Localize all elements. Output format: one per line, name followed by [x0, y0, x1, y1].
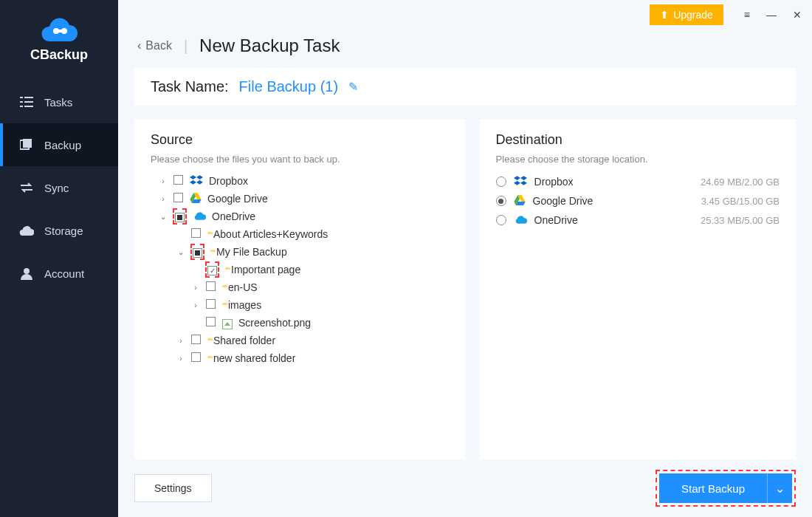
edit-icon[interactable]: ✎ — [348, 80, 358, 94]
tree-row[interactable]: ›Dropbox — [151, 172, 449, 190]
tasks-icon — [19, 95, 34, 109]
header-bar: ⬆ Upgrade ≡ — ✕ — [118, 0, 812, 30]
tree-checkbox[interactable] — [193, 248, 202, 258]
tree-checkbox[interactable] — [206, 317, 216, 326]
sidebar-item-account[interactable]: Account — [0, 252, 118, 295]
task-name-panel: Task Name: File Backup (1) ✎ — [134, 68, 796, 106]
cbackup-cloud-icon — [40, 15, 78, 41]
start-backup-dropdown[interactable]: ⌄ — [767, 473, 792, 503]
page-title: New Backup Task — [199, 35, 340, 56]
sidebar-item-backup[interactable]: Backup — [0, 123, 118, 166]
chevron-right-icon[interactable]: › — [159, 195, 167, 203]
tree-row[interactable]: ›images — [151, 296, 449, 314]
chevron-right-icon[interactable]: › — [192, 284, 199, 292]
tree-row[interactable]: ›en-US — [151, 278, 449, 296]
tree-checkbox[interactable] — [191, 352, 201, 362]
tree-checkbox[interactable] — [173, 175, 183, 185]
chevron-down-icon[interactable]: ⌄ — [159, 213, 167, 221]
tree-node-label: Dropbox — [209, 175, 248, 187]
destination-label: Dropbox — [534, 176, 574, 188]
menu-icon[interactable]: ≡ — [744, 9, 750, 21]
minimize-icon[interactable]: — — [766, 9, 777, 21]
svg-rect-5 — [20, 101, 23, 103]
tree-row[interactable]: ›Google Drive — [151, 190, 449, 208]
tree-node-label: OneDrive — [212, 210, 255, 222]
breadcrumb: ‹ Back | New Backup Task — [118, 30, 812, 68]
tree-checkbox[interactable] — [206, 299, 216, 309]
start-backup-button[interactable]: Start Backup ⌄ — [659, 473, 792, 503]
destination-option[interactable]: OneDrive25.33 MB/5.00 GB — [496, 210, 780, 230]
destination-label: Google Drive — [533, 195, 593, 207]
app-name: CCBackupBackup — [30, 47, 88, 63]
svg-rect-8 — [24, 106, 33, 107]
checkbox-highlight — [190, 227, 202, 241]
destination-icon — [514, 214, 527, 227]
destination-icon — [514, 195, 526, 208]
svg-rect-7 — [20, 106, 23, 107]
tree-node-label: About Articles+Keywords — [213, 228, 328, 240]
gdrive-icon — [514, 196, 526, 208]
tree-checkbox[interactable] — [173, 193, 183, 202]
chevron-down-icon[interactable]: ⌄ — [177, 248, 185, 256]
chevron-right-icon[interactable]: › — [159, 177, 167, 185]
tree-row[interactable]: ⌄My File Backup — [151, 243, 449, 261]
tree-row[interactable]: Important page — [151, 261, 449, 278]
sidebar-item-sync[interactable]: Sync — [0, 166, 118, 209]
chevron-right-icon[interactable]: › — [192, 301, 199, 309]
upgrade-label: Upgrade — [673, 9, 713, 21]
destination-option[interactable]: Google Drive3.45 GB/15.00 GB — [496, 191, 780, 210]
tree-row[interactable]: Screenshot.png — [151, 314, 449, 332]
source-tree: ›Dropbox›Google Drive⌄OneDriveAbout Arti… — [151, 172, 449, 367]
sidebar-item-tasks[interactable]: Tasks — [0, 81, 118, 123]
storage-icon — [19, 223, 34, 238]
tree-checkbox[interactable] — [207, 266, 217, 275]
tree-checkbox[interactable] — [191, 228, 201, 238]
settings-button[interactable]: Settings — [134, 474, 212, 502]
sync-icon — [19, 180, 34, 195]
footer: Settings Start Backup ⌄ — [134, 459, 796, 517]
sidebar: CCBackupBackup Tasks Backup Sync Storage… — [0, 0, 118, 517]
account-icon — [19, 266, 34, 281]
sidebar-item-label: Tasks — [44, 96, 72, 109]
tree-row[interactable]: ›new shared folder — [151, 349, 449, 367]
tree-row[interactable]: About Articles+Keywords — [151, 225, 449, 243]
source-panel: Source Please choose the files you want … — [134, 119, 465, 459]
tree-node-label: My File Backup — [216, 246, 287, 258]
tree-checkbox[interactable] — [191, 335, 201, 344]
breadcrumb-separator: | — [184, 38, 187, 55]
window-controls: ≡ — ✕ — [744, 9, 802, 21]
destination-size: 25.33 MB/5.00 GB — [701, 215, 780, 226]
destination-subtitle: Please choose the storage location. — [496, 154, 780, 165]
back-button[interactable]: ‹ Back — [137, 39, 172, 52]
dropbox-icon — [514, 177, 527, 188]
tree-row[interactable]: ›Shared folder — [151, 332, 449, 349]
svg-rect-6 — [24, 101, 33, 103]
backup-icon — [19, 137, 34, 152]
destination-radio[interactable] — [496, 196, 506, 206]
tree-node-label: images — [228, 299, 261, 311]
start-backup-highlight: Start Backup ⌄ — [656, 470, 796, 507]
chevron-right-icon[interactable]: › — [177, 337, 185, 345]
svg-rect-10 — [23, 139, 32, 148]
destination-option[interactable]: Dropbox24.69 MB/2.00 GB — [496, 172, 780, 191]
dropbox-icon — [190, 176, 203, 188]
checkbox-highlight — [173, 192, 184, 205]
destination-radio[interactable] — [496, 177, 506, 187]
destination-radio[interactable] — [496, 215, 506, 225]
chevron-right-icon[interactable]: › — [177, 355, 185, 363]
sidebar-item-label: Sync — [44, 182, 69, 194]
checkbox-highlight — [205, 281, 216, 294]
checkbox-highlight — [190, 244, 204, 260]
sidebar-item-label: Account — [44, 267, 84, 280]
tree-checkbox[interactable] — [206, 281, 216, 291]
sidebar-item-storage[interactable]: Storage — [0, 209, 118, 252]
task-name-value[interactable]: File Backup (1) — [239, 78, 339, 95]
tree-node-label: Google Drive — [207, 193, 268, 205]
upload-icon: ⬆ — [660, 9, 669, 21]
destination-size: 24.69 MB/2.00 GB — [701, 177, 780, 188]
sidebar-nav: Tasks Backup Sync Storage Account — [0, 81, 118, 295]
tree-row[interactable]: ⌄OneDrive — [151, 208, 449, 225]
upgrade-button[interactable]: ⬆ Upgrade — [650, 4, 723, 25]
close-icon[interactable]: ✕ — [793, 9, 802, 21]
tree-checkbox[interactable] — [175, 213, 185, 222]
